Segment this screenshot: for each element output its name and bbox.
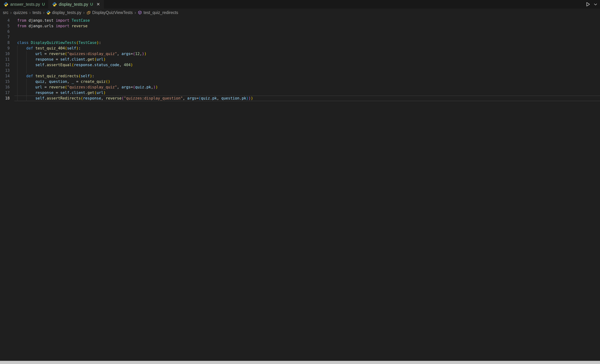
tab-label: answer_tests.py — [10, 2, 40, 7]
breadcrumb: src › quizzes › tests › display_tests.py… — [0, 9, 600, 17]
code-editor[interactable]: 34from django.test import TestCase5from … — [0, 17, 600, 361]
line-number[interactable]: 8 — [0, 40, 14, 46]
breadcrumb-item-src[interactable]: src — [3, 10, 9, 15]
indent-guide — [26, 96, 27, 101]
code-line-content[interactable]: def test_quiz_redirects(self): — [14, 73, 600, 79]
code-text: def test_quiz_404(self): — [17, 46, 81, 50]
tab-answer-tests[interactable]: answer_tests.py U — [0, 0, 49, 9]
breadcrumb-item-tests[interactable]: tests — [32, 10, 41, 15]
code-text: url = reverse("quizzes:display_quiz", ar… — [17, 85, 158, 89]
line-number[interactable]: 5 — [0, 23, 14, 29]
code-line-18[interactable]: 18 self.assertRedirects(response, revers… — [0, 96, 600, 101]
indent-guide — [17, 73, 18, 79]
code-line-content[interactable]: self.assertEqual(response.status_code, 4… — [14, 62, 600, 68]
code-line-12[interactable]: 12 self.assertEqual(response.status_code… — [0, 62, 600, 68]
code-line-10[interactable]: 10 url = reverse("quizzes:display_quiz",… — [0, 51, 600, 57]
breadcrumb-separator-icon: › — [29, 10, 31, 15]
play-run-icon — [585, 2, 591, 7]
close-tab-icon[interactable]: ✕ — [96, 2, 100, 7]
line-number[interactable]: 14 — [0, 73, 14, 79]
indent-guide — [17, 46, 18, 51]
line-number[interactable]: 13 — [0, 68, 14, 73]
code-line-9[interactable]: 9 def test_quiz_404(self): — [0, 46, 600, 51]
code-line-15[interactable]: 15 quiz, question, _ = create_quiz() — [0, 79, 600, 84]
chevron-down-icon — [593, 2, 598, 6]
tab-label: display_tests.py — [59, 2, 88, 7]
indent-guide — [26, 79, 27, 84]
code-line-content[interactable]: quiz, question, _ = create_quiz() — [14, 79, 600, 84]
code-line-content[interactable] — [14, 17, 600, 18]
code-line-content[interactable]: response = self.client.get(url) — [14, 90, 600, 96]
indent-guide — [17, 68, 18, 73]
editor-actions — [585, 0, 598, 9]
code-line-content[interactable] — [14, 29, 600, 34]
indent-guide — [26, 51, 27, 57]
breadcrumb-item-file[interactable]: display_tests.py — [46, 10, 81, 15]
code-line-17[interactable]: 17 response = self.client.get(url) — [0, 90, 600, 96]
code-line-content[interactable]: class DisplayQuizViewTests(TestCase): — [14, 40, 600, 46]
code-text: response = self.client.get(url) — [17, 57, 106, 62]
code-line-content[interactable]: from django.urls import reverse — [14, 23, 600, 29]
code-line-content[interactable] — [14, 68, 600, 73]
code-line-content[interactable]: def test_quiz_404(self): — [14, 46, 600, 51]
code-line-13[interactable]: 13 — [0, 68, 600, 73]
code-line-14[interactable]: 14 def test_quiz_redirects(self): — [0, 73, 600, 79]
indent-guide — [17, 90, 18, 96]
breadcrumb-separator-icon: › — [134, 10, 136, 15]
code-text: from django.urls import reverse — [17, 24, 87, 28]
line-number[interactable]: 7 — [0, 34, 14, 40]
breadcrumb-item-quizzes[interactable]: quizzes — [13, 10, 28, 15]
line-number[interactable]: 9 — [0, 46, 14, 51]
breadcrumb-separator-icon: › — [10, 10, 12, 15]
python-icon — [4, 2, 8, 7]
bottom-bar — [0, 361, 600, 364]
line-number[interactable]: 11 — [0, 57, 14, 62]
tab-display-tests[interactable]: display_tests.py U ✕ — [49, 0, 104, 9]
indent-guide — [17, 84, 18, 90]
code-line-11[interactable]: 11 response = self.client.get(url) — [0, 57, 600, 62]
code-line-content[interactable]: self.assertRedirects(response, reverse("… — [14, 96, 600, 101]
breadcrumb-item-class[interactable]: DisplayQuizViewTests — [86, 10, 133, 15]
code-text: from django.test import TestCase — [17, 18, 90, 23]
tab-bar: answer_tests.py U display_tests.py U ✕ — [0, 0, 600, 9]
breadcrumb-separator-icon: › — [43, 10, 45, 15]
indent-guide — [17, 51, 18, 57]
symbol-class-icon — [86, 10, 91, 15]
python-icon — [52, 2, 57, 7]
code-line-content[interactable]: url = reverse("quizzes:display_quiz", ar… — [14, 84, 600, 90]
code-line-3[interactable]: 3 — [0, 17, 600, 18]
code-line-5[interactable]: 5from django.urls import reverse — [0, 23, 600, 29]
line-number[interactable]: 4 — [0, 18, 14, 23]
line-number[interactable]: 10 — [0, 51, 14, 57]
code-text: class DisplayQuizViewTests(TestCase): — [17, 40, 101, 45]
line-number[interactable]: 18 — [0, 96, 14, 101]
code-text: quiz, question, _ = create_quiz() — [17, 79, 110, 84]
code-line-content[interactable]: url = reverse("quizzes:display_quiz", ar… — [14, 51, 600, 57]
code-line-16[interactable]: 16 url = reverse("quizzes:display_quiz",… — [0, 84, 600, 90]
code-line-4[interactable]: 4from django.test import TestCase — [0, 18, 600, 23]
indent-guide — [17, 62, 18, 68]
code-line-content[interactable] — [14, 34, 600, 40]
breadcrumb-item-method[interactable]: test_quiz_redirects — [138, 10, 178, 15]
run-python-file-button[interactable] — [585, 2, 591, 7]
code-line-content[interactable]: from django.test import TestCase — [14, 18, 600, 23]
code-line-content[interactable]: response = self.client.get(url) — [14, 57, 600, 62]
line-number[interactable]: 12 — [0, 62, 14, 68]
code-line-6[interactable]: 6 — [0, 29, 600, 34]
indent-guide — [17, 79, 18, 84]
run-options-dropdown[interactable] — [593, 2, 598, 6]
code-text: def test_quiz_redirects(self): — [17, 74, 94, 78]
line-number[interactable]: 16 — [0, 84, 14, 90]
python-icon — [46, 10, 51, 15]
code-content: 34from django.test import TestCase5from … — [0, 17, 600, 101]
indent-guide — [26, 57, 27, 62]
line-number[interactable]: 3 — [0, 17, 14, 18]
line-number[interactable]: 17 — [0, 90, 14, 96]
line-number[interactable]: 6 — [0, 29, 14, 34]
code-line-7[interactable]: 7 — [0, 34, 600, 40]
line-number[interactable]: 15 — [0, 79, 14, 84]
code-text: response = self.client.get(url) — [17, 91, 106, 95]
indent-guide — [26, 62, 27, 68]
code-text: self.assertRedirects(response, reverse("… — [17, 96, 253, 100]
code-line-8[interactable]: 8class DisplayQuizViewTests(TestCase): — [0, 40, 600, 46]
